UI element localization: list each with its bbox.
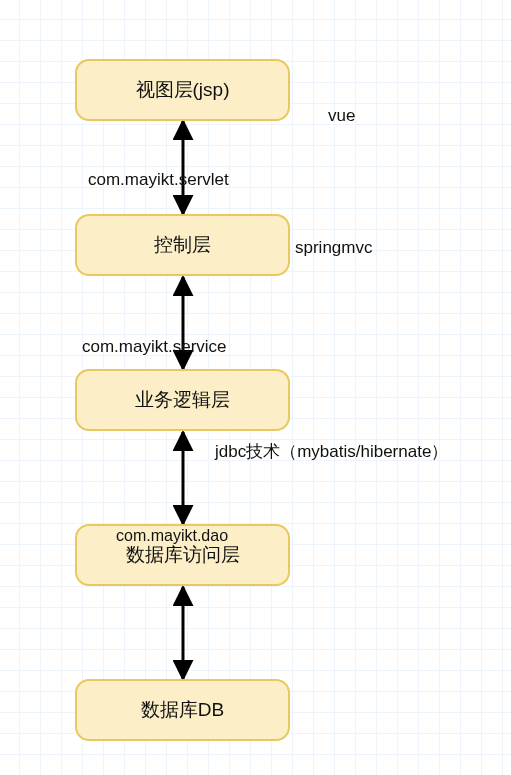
node-controller-layer-label: 控制层 [154, 234, 211, 257]
annotation-jdbc: jdbc技术（mybatis/hibernate） [215, 440, 448, 463]
annotation-servlet-package: com.mayikt.servlet [88, 170, 229, 190]
annotation-service-package: com.mayikt.service [82, 337, 227, 357]
node-view-layer: 视图层(jsp) [75, 59, 290, 121]
annotation-controller-springmvc: springmvc [295, 238, 372, 258]
annotation-dao-package: com.mayikt.dao [116, 527, 228, 545]
node-controller-layer: 控制层 [75, 214, 290, 276]
annotation-view-vue: vue [328, 106, 355, 126]
node-dao-layer-label: 数据库访问层 [126, 544, 240, 567]
node-view-layer-label: 视图层(jsp) [136, 79, 230, 102]
node-db-layer: 数据库DB [75, 679, 290, 741]
node-db-layer-label: 数据库DB [141, 699, 224, 722]
node-service-layer-label: 业务逻辑层 [135, 389, 230, 412]
diagram-canvas: 视图层(jsp) 控制层 业务逻辑层 数据库访问层 数据库DB vue spri… [0, 0, 511, 775]
node-service-layer: 业务逻辑层 [75, 369, 290, 431]
